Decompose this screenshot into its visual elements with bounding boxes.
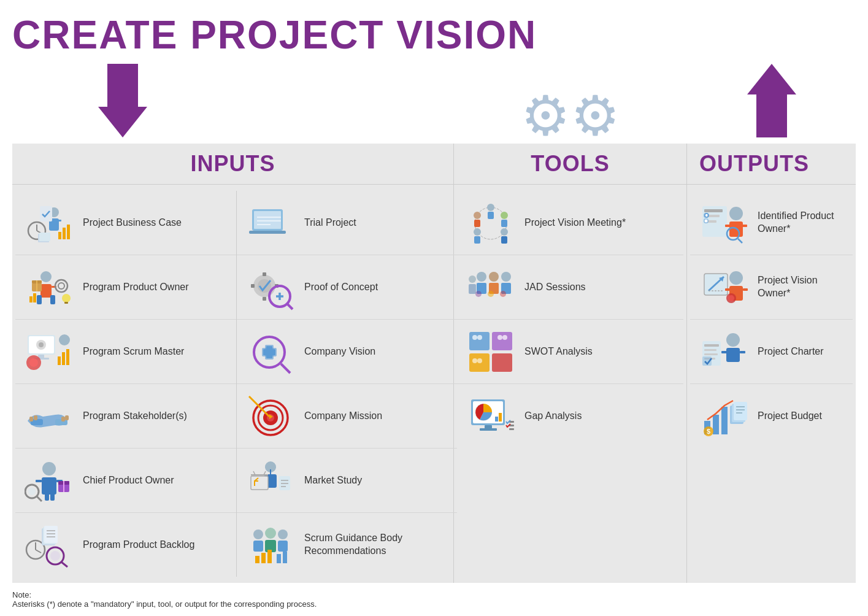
trial-project-icon	[243, 198, 298, 247]
svg-point-170	[729, 207, 743, 220]
svg-point-13	[40, 271, 52, 282]
list-item: Program Product Backlog	[15, 512, 236, 577]
svg-point-134	[489, 272, 499, 282]
svg-point-54	[28, 488, 36, 495]
svg-rect-17	[37, 295, 42, 304]
inputs-left: Project Business Case	[15, 191, 236, 577]
trial-project-label: Trial Project	[304, 217, 356, 229]
list-item: Project Business Case	[15, 191, 236, 255]
list-item: Project Charter	[690, 319, 853, 383]
list-item: Company Mission	[237, 383, 457, 448]
jad-sessions-label: JAD Sessions	[524, 281, 586, 294]
svg-rect-162	[509, 428, 514, 430]
svg-rect-193	[704, 353, 718, 355]
outputs-column: Identified Product Owner*	[687, 185, 856, 583]
svg-rect-131	[474, 236, 480, 244]
svg-rect-50	[45, 493, 49, 501]
svg-rect-191	[704, 344, 719, 347]
inputs-header: INPUTS	[12, 144, 454, 184]
svg-rect-172	[725, 225, 730, 227]
gap-analysis-icon	[463, 391, 518, 441]
svg-rect-12	[39, 233, 50, 241]
proof-of-concept-icon	[243, 263, 298, 312]
project-vision-meeting-icon	[463, 198, 518, 247]
list-item: Program Product Owner	[15, 255, 236, 319]
svg-rect-79	[263, 297, 266, 301]
svg-rect-27	[64, 302, 68, 304]
svg-rect-188	[721, 351, 727, 353]
svg-line-62	[61, 562, 67, 567]
scrum-guidance-label: Scrum Guidance BodyRecommendations	[304, 532, 402, 558]
svg-rect-80	[251, 284, 255, 288]
svg-rect-71	[254, 211, 281, 229]
list-item: Chief Product Owner	[15, 448, 236, 512]
svg-point-186	[726, 333, 740, 347]
svg-rect-91	[263, 349, 275, 355]
svg-point-20	[58, 283, 64, 289]
svg-point-110	[253, 529, 263, 539]
identified-product-owner-icon	[696, 198, 751, 247]
jad-sessions-icon	[463, 263, 518, 312]
svg-rect-51	[50, 493, 55, 501]
inputs-column: Project Business Case	[12, 185, 454, 583]
svg-rect-159	[499, 413, 502, 422]
list-item: Gap Analysis	[457, 383, 683, 448]
program-product-owner-icon	[21, 263, 77, 312]
program-product-backlog-icon	[21, 520, 77, 569]
project-business-case-icon	[21, 198, 77, 247]
svg-rect-44	[61, 417, 65, 422]
scrum-guidance-icon	[243, 520, 298, 569]
svg-point-141	[488, 291, 494, 297]
svg-point-136	[501, 272, 511, 282]
svg-rect-21	[29, 296, 33, 302]
svg-line-83	[287, 304, 293, 309]
swot-analysis-icon	[463, 327, 518, 376]
company-mission-icon	[243, 391, 298, 441]
program-stakeholders-icon	[21, 391, 77, 441]
inputs-right: Trial Project	[236, 191, 457, 577]
svg-rect-189	[740, 351, 745, 353]
list-item: Project Vision Owner*	[690, 255, 853, 319]
svg-point-37	[59, 334, 70, 345]
program-scrum-master-icon	[21, 327, 77, 376]
program-product-backlog-label: Program Product Backlog	[83, 539, 194, 552]
svg-rect-197	[713, 415, 719, 434]
svg-point-122	[487, 204, 494, 211]
svg-point-126	[501, 228, 508, 236]
svg-point-185	[728, 295, 734, 301]
svg-rect-164	[704, 209, 723, 212]
svg-rect-144	[492, 332, 512, 350]
list-item: Trial Project	[237, 191, 457, 255]
svg-rect-127	[501, 236, 507, 244]
list-item: Market Study	[237, 448, 457, 512]
gap-analysis-label: Gap Analysis	[524, 410, 582, 423]
svg-rect-119	[277, 554, 281, 563]
svg-rect-35	[62, 352, 65, 365]
svg-rect-34	[58, 356, 61, 365]
proof-of-concept-label: Proof of Concept	[304, 281, 378, 294]
svg-rect-18	[50, 295, 55, 304]
svg-line-87	[281, 364, 290, 373]
svg-point-63	[50, 551, 60, 561]
svg-point-151	[472, 358, 477, 363]
svg-text:$: $	[707, 428, 710, 435]
project-charter-icon	[696, 327, 751, 376]
svg-point-149	[497, 335, 502, 340]
list-item: Scrum Guidance BodyRecommendations	[237, 512, 457, 577]
list-item: Program Stakeholder(s)	[15, 383, 236, 448]
svg-rect-10	[40, 206, 52, 221]
program-product-owner-label: Program Product Owner	[83, 281, 189, 294]
svg-point-112	[265, 528, 276, 539]
svg-rect-116	[255, 556, 259, 563]
svg-rect-123	[488, 212, 494, 219]
svg-point-132	[477, 272, 486, 282]
svg-rect-9	[67, 225, 70, 239]
svg-rect-168	[704, 219, 708, 223]
svg-rect-187	[726, 348, 740, 362]
svg-rect-118	[267, 550, 272, 563]
svg-point-147	[472, 335, 477, 340]
svg-point-140	[475, 291, 482, 297]
svg-point-148	[477, 335, 482, 340]
svg-point-180	[729, 271, 743, 285]
svg-rect-129	[474, 220, 480, 227]
